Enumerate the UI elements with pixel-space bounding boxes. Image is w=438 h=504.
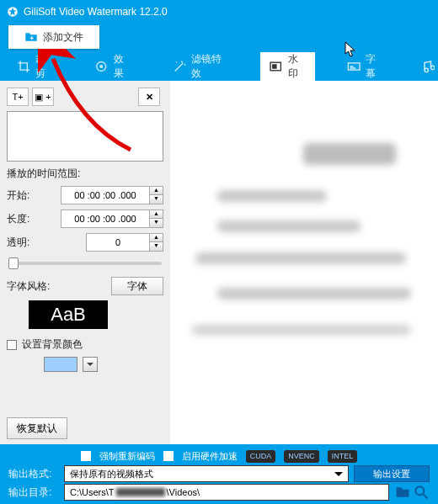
chevron-down-icon <box>334 472 343 480</box>
app-logo-icon <box>7 6 19 18</box>
force-reencode-checkbox[interactable] <box>81 451 91 461</box>
start-time-spinner[interactable]: ▲▼ <box>149 187 163 204</box>
bgcolor-dropdown[interactable] <box>83 357 98 372</box>
svg-point-2 <box>100 65 104 68</box>
bgcolor-swatch[interactable] <box>44 357 77 372</box>
output-settings-button[interactable]: 输出设置 <box>354 465 430 482</box>
tab-filter[interactable]: 滤镜特效 <box>164 52 238 81</box>
svg-point-6 <box>415 486 424 495</box>
badge-intel: INTEL <box>328 450 358 463</box>
tab-effect[interactable]: 效果 <box>86 52 140 81</box>
add-file-button[interactable]: 添加文件 <box>8 25 99 49</box>
add-text-watermark-button[interactable]: T+ <box>7 88 29 106</box>
output-dir-input[interactable]: C:\Users\T \Videos\ <box>64 484 389 501</box>
length-label: 长度: <box>7 212 56 226</box>
svg-rect-5 <box>348 63 360 70</box>
watermark-settings-panel: T+ ▣ + ✕ 播放的时间范围: 开始: 00 :00 :00 .000 ▲▼… <box>0 81 170 444</box>
open-folder-button[interactable] <box>413 484 430 501</box>
output-format-select[interactable]: 保持原有的视频格式 <box>64 465 349 482</box>
opacity-label: 透明: <box>7 236 56 250</box>
preview-area <box>170 81 438 444</box>
start-time-input[interactable]: 00 :00 :00 .000 ▲▼ <box>61 186 163 204</box>
opacity-slider[interactable] <box>8 262 162 265</box>
tab-watermark[interactable]: 水印 <box>260 52 314 81</box>
opacity-input[interactable]: 0 ▲▼ <box>86 233 163 252</box>
footer: 强制重新编码 启用硬件加速 CUDA NVENC INTEL 输出格式: 保持原… <box>0 444 438 504</box>
remove-watermark-button[interactable]: ✕ <box>138 88 160 106</box>
tab-music[interactable] <box>416 52 438 81</box>
watermark-list[interactable] <box>7 111 163 162</box>
tab-crop[interactable]: 裁剪 <box>8 52 62 81</box>
bgcolor-checkbox[interactable] <box>7 340 17 350</box>
watermark-icon <box>269 59 282 74</box>
tab-subtitle[interactable]: 字幕 <box>339 52 393 81</box>
output-dir-label: 输出目录: <box>8 485 59 500</box>
toolbar: 添加文件 <box>0 24 438 52</box>
hw-accel-checkbox[interactable] <box>163 451 174 461</box>
font-style-label: 字体风格: <box>7 279 50 294</box>
length-time-spinner[interactable]: ▲▼ <box>149 210 163 227</box>
svg-rect-4 <box>272 64 276 68</box>
time-range-label: 播放的时间范围: <box>7 167 163 181</box>
add-file-label: 添加文件 <box>43 30 83 45</box>
app-title: GiliSoft Video Watermark 12.2.0 <box>24 6 168 18</box>
effect-icon <box>94 59 108 74</box>
start-label: 开始: <box>7 188 56 203</box>
magic-icon <box>173 59 187 74</box>
length-time-input[interactable]: 00 :00 :00 .000 ▲▼ <box>61 210 163 228</box>
add-file-icon <box>24 31 38 43</box>
restore-defaults-button[interactable]: 恢复默认 <box>7 417 67 439</box>
opacity-slider-thumb[interactable] <box>8 257 19 269</box>
badge-nvenc: NVENC <box>284 450 319 463</box>
tab-bar: 裁剪 效果 滤镜特效 水印 字幕 <box>0 52 438 81</box>
subtitle-icon <box>347 59 361 74</box>
output-format-label: 输出格式: <box>8 467 59 481</box>
title-bar: GiliSoft Video Watermark 12.2.0 <box>0 0 438 24</box>
bgcolor-label: 设置背景颜色 <box>22 337 83 352</box>
add-image-watermark-button[interactable]: ▣ + <box>32 88 54 106</box>
force-reencode-label: 强制重新编码 <box>99 450 155 463</box>
font-preview: AaB <box>29 300 108 329</box>
font-button[interactable]: 字体 <box>111 277 163 295</box>
music-icon <box>419 59 435 74</box>
badge-cuda: CUDA <box>246 450 276 463</box>
opacity-spinner[interactable]: ▲▼ <box>149 234 163 251</box>
hw-accel-label: 启用硬件加速 <box>182 450 238 463</box>
redacted-username <box>116 488 165 496</box>
crop-icon <box>17 59 30 74</box>
browse-folder-button[interactable] <box>394 484 411 501</box>
